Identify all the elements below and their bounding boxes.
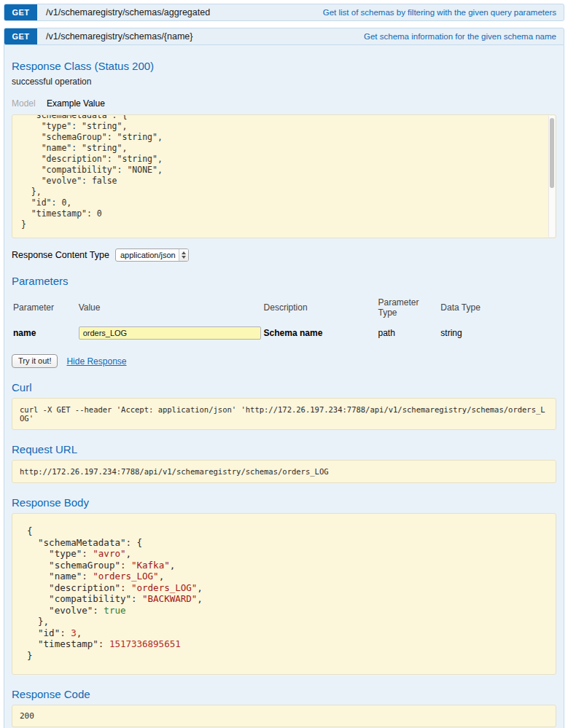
response-content-type-select[interactable]: application/json (115, 248, 189, 262)
column-header-description: Description (262, 291, 377, 322)
curl-heading: Curl (12, 381, 556, 394)
hide-response-link[interactable]: Hide Response (66, 356, 126, 367)
request-url-heading: Request URL (12, 443, 556, 455)
parameters-header-row: Parameter Value Description Parameter Ty… (12, 291, 556, 322)
response-code-heading: Response Code (12, 688, 556, 700)
swagger-page: GET /v1/schemaregistry/schemas/aggregate… (0, 0, 568, 728)
endpoint-path-link[interactable]: /v1/schemaregistry/schemas/{name} (46, 31, 192, 42)
get-method-badge[interactable]: GET (4, 28, 37, 44)
parameter-description: Schema name (262, 322, 377, 343)
tab-example-value[interactable]: Example Value (47, 98, 105, 109)
endpoint-heading: GET /v1/schemaregistry/schemas/{name} Ge… (4, 28, 564, 45)
operation-content: Response Class (Status 200) successful o… (4, 45, 564, 728)
column-header-parameter: Parameter (12, 291, 77, 322)
response-content-type-row: Response Content Type application/json (12, 248, 556, 262)
example-value-code: { "schemaMetadata": { "type": "string", … (12, 114, 556, 230)
try-it-out-button[interactable]: Try it out! (12, 354, 58, 368)
column-header-parameter-type: Parameter Type (376, 291, 439, 322)
parameter-type: path (376, 322, 439, 343)
column-header-data-type: Data Type (439, 291, 556, 322)
param-name-input[interactable] (79, 326, 261, 340)
endpoint-aggregated: GET /v1/schemaregistry/schemas/aggregate… (4, 4, 564, 21)
response-class-description: successful operation (12, 77, 556, 87)
parameter-row-name: name Schema name path string (12, 322, 556, 343)
parameters-table: Parameter Value Description Parameter Ty… (12, 291, 556, 343)
parameter-name: name (12, 322, 77, 343)
endpoint-schema-by-name: GET /v1/schemaregistry/schemas/{name} Ge… (4, 28, 564, 728)
endpoint-summary-link[interactable]: Get list of schemas by filtering with th… (323, 8, 556, 17)
response-body-code: { "schemaMetadata": { "type": "avro", "s… (12, 513, 556, 675)
tab-model[interactable]: Model (12, 98, 36, 109)
get-method-badge[interactable]: GET (4, 4, 37, 20)
response-code-value: 200 (12, 705, 556, 727)
column-header-value: Value (77, 291, 262, 322)
example-value-snippet[interactable]: { "schemaMetadata": { "type": "string", … (12, 114, 556, 238)
sandbox-actions: Try it out! Hide Response (12, 354, 556, 368)
parameter-data-type: string (439, 322, 556, 343)
scrollbar-track[interactable] (548, 116, 555, 237)
select-stepper-icon (179, 249, 188, 261)
scrollbar-thumb[interactable] (550, 118, 554, 188)
response-class-tabs: Model Example Value (12, 98, 556, 109)
endpoint-path-link[interactable]: /v1/schemaregistry/schemas/aggregated (46, 7, 210, 17)
endpoint-heading: GET /v1/schemaregistry/schemas/aggregate… (4, 4, 564, 21)
response-body-heading: Response Body (12, 496, 556, 509)
response-content-type-label: Response Content Type (12, 250, 109, 260)
response-content-type-value: application/json (116, 249, 179, 261)
endpoint-list: GET /v1/schemaregistry/schemas/aggregate… (4, 4, 564, 728)
response-class-heading: Response Class (Status 200) (12, 60, 556, 72)
request-url-value: http://172.26.197.234:7788/api/v1/schema… (12, 460, 556, 483)
parameters-heading: Parameters (12, 275, 556, 287)
curl-command: curl -X GET --header 'Accept: applicatio… (12, 398, 556, 430)
endpoint-summary-link[interactable]: Get schema information for the given sch… (364, 32, 556, 41)
